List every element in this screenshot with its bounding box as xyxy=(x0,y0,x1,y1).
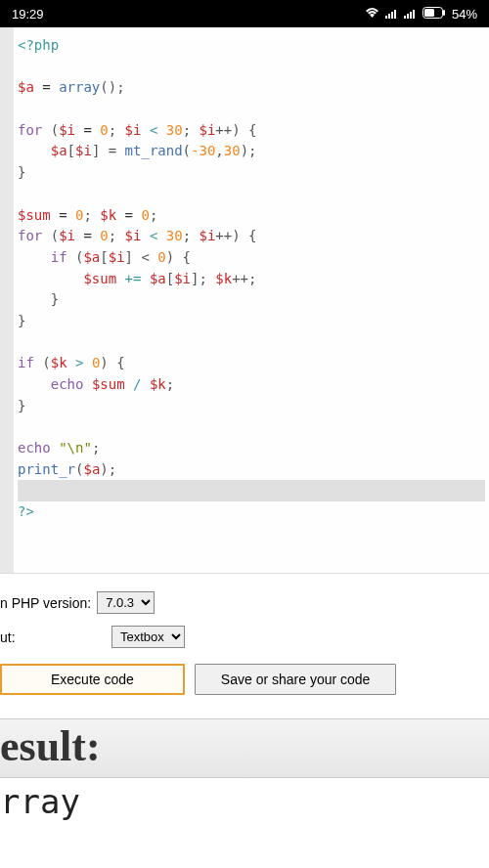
svg-rect-1 xyxy=(388,14,390,19)
svg-rect-4 xyxy=(404,16,406,19)
battery-percent: 54% xyxy=(452,7,477,22)
status-right: 54% xyxy=(365,7,477,22)
battery-icon xyxy=(422,7,446,22)
svg-rect-5 xyxy=(407,14,409,19)
signal-icon-2 xyxy=(404,7,417,22)
php-version-label: n PHP version: xyxy=(0,595,91,611)
code-editor[interactable]: <?php $a = array(); for ($i = 0; $i < 30… xyxy=(0,27,489,574)
svg-rect-7 xyxy=(413,10,415,19)
result-heading: esult: xyxy=(0,718,489,778)
output-select[interactable]: Textbox xyxy=(111,626,185,648)
result-output: rray [0] => -6 [1] => 9 [2] => 4 xyxy=(0,778,489,868)
svg-rect-9 xyxy=(443,10,445,16)
svg-rect-0 xyxy=(385,16,387,19)
svg-rect-3 xyxy=(394,10,396,19)
wifi-icon xyxy=(365,7,379,22)
gutter xyxy=(0,27,14,573)
php-version-select[interactable]: 7.0.3 xyxy=(97,591,155,614)
svg-rect-2 xyxy=(391,12,393,19)
code-content[interactable]: <?php $a = array(); for ($i = 0; $i < 30… xyxy=(14,27,489,573)
svg-rect-10 xyxy=(424,9,434,17)
status-time: 19:29 xyxy=(12,7,44,22)
execute-button[interactable]: Execute code xyxy=(0,664,185,695)
form-area: n PHP version: 7.0.3 ut: Textbox Execute… xyxy=(0,574,489,718)
status-bar: 19:29 54% xyxy=(0,0,489,27)
cursor-line xyxy=(18,480,485,501)
signal-icon xyxy=(385,7,398,22)
svg-rect-6 xyxy=(410,12,412,19)
save-button[interactable]: Save or share your code xyxy=(195,664,397,695)
output-label: ut: xyxy=(0,629,106,645)
